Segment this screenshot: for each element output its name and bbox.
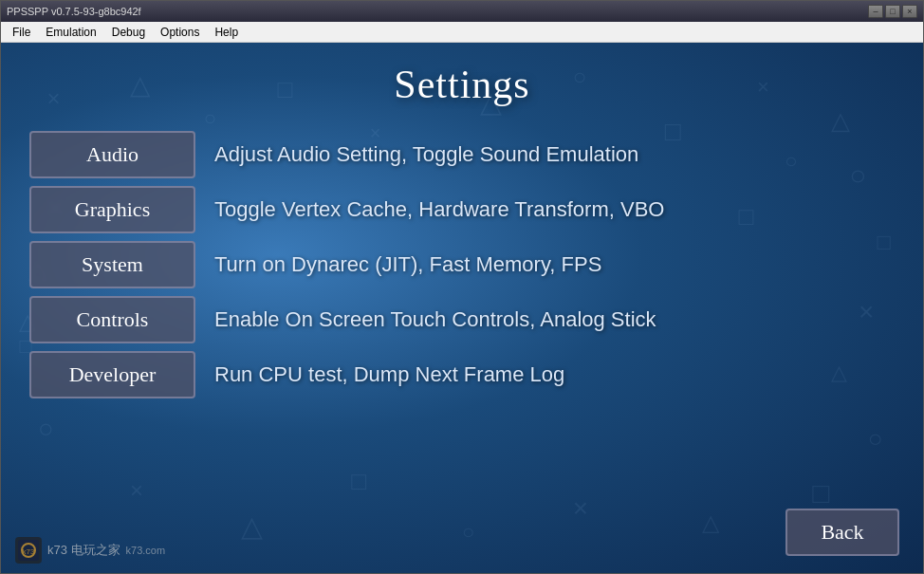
back-button[interactable]: Back [785, 509, 899, 556]
graphics-button[interactable]: Graphics [29, 186, 195, 233]
audio-button[interactable]: Audio [29, 131, 195, 178]
main-content: ×△○□×△○□×△○□×△○□△×○□△×○□△×○□△ Settings A… [1, 43, 923, 573]
menu-file[interactable]: File [5, 24, 38, 41]
menu-emulation[interactable]: Emulation [38, 24, 103, 41]
settings-row-system: System Turn on Dynarec (JIT), Fast Memor… [29, 241, 895, 288]
system-button[interactable]: System [29, 241, 195, 288]
settings-container: Audio Adjust Audio Setting, Toggle Sound… [1, 121, 923, 408]
watermark-text: k73 电玩之家 [47, 542, 120, 559]
settings-row-developer: Developer Run CPU test, Dump Next Frame … [29, 351, 895, 398]
page-title: Settings [1, 43, 923, 121]
graphics-description: Toggle Vertex Cache, Hardware Transform,… [214, 197, 895, 222]
menu-options[interactable]: Options [153, 24, 207, 41]
controls-button[interactable]: Controls [29, 296, 195, 343]
menu-debug[interactable]: Debug [104, 24, 153, 41]
title-bar: PPSSPP v0.7.5-93-g8bc942f – □ × [1, 1, 923, 22]
svg-text:k73: k73 [23, 547, 35, 556]
watermark-url: k73.com [126, 545, 166, 556]
menu-help[interactable]: Help [207, 24, 246, 41]
window: PPSSPP v0.7.5-93-g8bc942f – □ × File Emu… [0, 0, 924, 574]
controls-description: Enable On Screen Touch Controls, Analog … [214, 307, 895, 332]
window-title: PPSSPP v0.7.5-93-g8bc942f [7, 6, 141, 17]
audio-description: Adjust Audio Setting, Toggle Sound Emula… [214, 142, 895, 167]
settings-row-controls: Controls Enable On Screen Touch Controls… [29, 296, 895, 343]
window-controls: – □ × [868, 5, 917, 18]
watermark: k73 k73 电玩之家 k73.com [15, 537, 165, 564]
menu-bar: File Emulation Debug Options Help [1, 22, 923, 43]
close-button[interactable]: × [902, 5, 917, 18]
system-description: Turn on Dynarec (JIT), Fast Memory, FPS [214, 252, 895, 277]
maximize-button[interactable]: □ [885, 5, 900, 18]
settings-row-graphics: Graphics Toggle Vertex Cache, Hardware T… [29, 186, 895, 233]
developer-button[interactable]: Developer [29, 351, 195, 398]
developer-description: Run CPU test, Dump Next Frame Log [214, 362, 895, 387]
back-btn-container: Back [785, 509, 899, 556]
settings-row-audio: Audio Adjust Audio Setting, Toggle Sound… [29, 131, 895, 178]
watermark-logo: k73 [15, 537, 42, 564]
minimize-button[interactable]: – [868, 5, 883, 18]
